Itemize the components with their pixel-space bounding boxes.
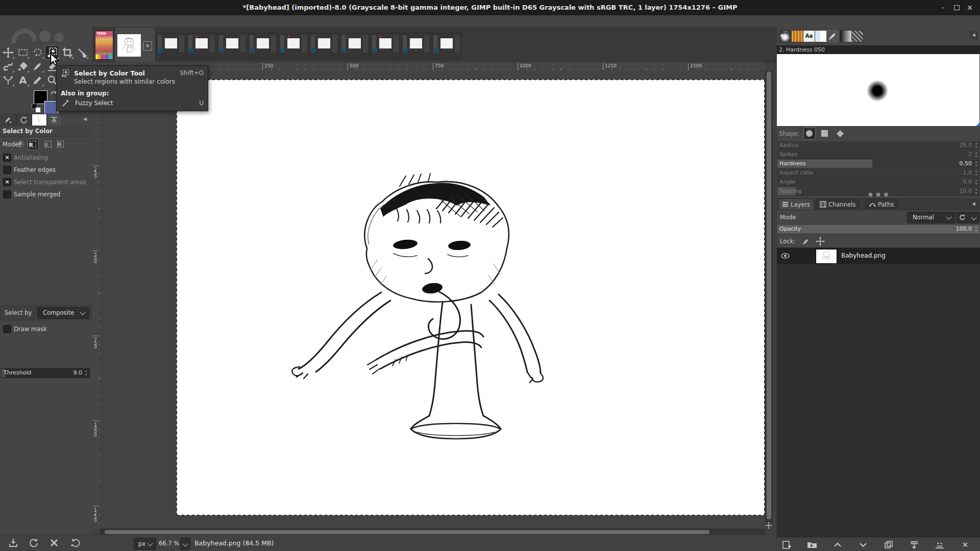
reset-button[interactable] <box>70 538 81 548</box>
canvas-viewport[interactable] <box>100 70 765 529</box>
vertical-scrollbar[interactable] <box>765 70 773 521</box>
select-by-dropdown[interactable]: Composite <box>37 307 89 319</box>
dock-menu-icon[interactable]: ◀ <box>83 116 87 121</box>
image-tab-magazine[interactable]: TEEN <box>95 31 113 60</box>
tab-fonts[interactable]: Aa <box>803 30 815 42</box>
vertical-ruler[interactable]: 250 500 750 1000 1250 <box>92 70 101 529</box>
panel-grip[interactable]: ■ ■ ■ <box>777 193 980 197</box>
image-tab-active[interactable]: × <box>114 27 156 63</box>
visibility-eye-icon[interactable] <box>781 252 790 260</box>
tab-image-thumbnail[interactable] <box>32 114 47 126</box>
raise-layer-button[interactable] <box>832 539 843 550</box>
maximize-icon[interactable] <box>952 4 961 12</box>
lock-alpha-icon[interactable] <box>830 237 839 246</box>
spikes-slider[interactable]: Spikes 2 ▴▾ <box>777 151 979 159</box>
feather-edges-checkbox[interactable]: × <box>3 166 11 174</box>
mode-subtract-button[interactable] <box>43 139 54 150</box>
shape-circle-button[interactable] <box>803 128 816 140</box>
navigation-button[interactable] <box>765 521 772 529</box>
minimize-icon[interactable]: – <box>939 4 947 12</box>
spinner[interactable]: ▴▾ <box>973 141 979 149</box>
tab-paths[interactable]: Paths <box>865 198 898 210</box>
image-tab-mini[interactable] <box>401 33 431 59</box>
mode-add-button[interactable] <box>28 139 39 150</box>
spinner[interactable]: ▴▾ <box>973 169 979 177</box>
image-tab-mini[interactable] <box>371 33 400 59</box>
default-colors-icon[interactable] <box>32 104 42 114</box>
zoom-value[interactable]: 66.7 % <box>159 540 179 547</box>
mode-intersect-button[interactable] <box>55 139 66 150</box>
tab-patterns[interactable] <box>791 30 803 42</box>
mode-replace-button[interactable] <box>15 139 27 150</box>
lock-pixels-icon[interactable] <box>801 237 811 246</box>
spinner[interactable]: ▴▾ <box>973 160 979 168</box>
threshold-spinner[interactable]: ▴▾ <box>83 369 89 378</box>
close-tab-icon[interactable]: × <box>143 41 152 51</box>
tab-layers[interactable]: Layers <box>778 198 814 210</box>
text-tool[interactable]: A <box>17 74 29 86</box>
lower-layer-button[interactable] <box>857 539 869 550</box>
layer-mode-switch-button[interactable] <box>956 212 979 223</box>
select-transparent-checkbox[interactable]: × <box>3 178 11 186</box>
close-icon[interactable]: × <box>966 4 974 12</box>
shape-square-button[interactable] <box>819 128 831 140</box>
spinner[interactable]: ▴▾ <box>973 178 979 186</box>
new-layer-button[interactable] <box>781 539 792 550</box>
delete-layer-button[interactable]: ✕ <box>960 539 971 550</box>
move-tool[interactable] <box>2 46 14 59</box>
warp-tool[interactable] <box>2 60 14 72</box>
duplicate-layer-button[interactable] <box>883 539 894 550</box>
image-tab-mini[interactable] <box>432 33 461 59</box>
image-tab-mini[interactable] <box>340 33 370 59</box>
tab-tool-options[interactable] <box>1 114 16 126</box>
ink-tool[interactable] <box>32 74 44 86</box>
unit-dropdown[interactable]: px <box>134 538 156 550</box>
angle-slider[interactable]: Angle 0.0 ▴▾ <box>777 178 979 187</box>
antialiasing-checkbox[interactable]: × <box>3 154 11 162</box>
new-group-button[interactable] <box>806 539 818 550</box>
tab-channels[interactable]: Channels <box>816 198 860 210</box>
shape-diamond-button[interactable] <box>834 128 846 140</box>
sample-merged-checkbox[interactable]: × <box>3 190 11 198</box>
tab-palettes[interactable] <box>851 30 864 42</box>
spinner[interactable]: ▴▾ <box>973 151 979 159</box>
opacity-slider[interactable]: Opacity 100.0 ▴▾ <box>777 225 979 234</box>
layer-mode-dropdown[interactable]: Normal <box>907 212 955 223</box>
image-tab-mini[interactable] <box>279 33 308 59</box>
radius-slider[interactable]: Radius 25.0 ▴▾ <box>777 141 979 150</box>
image-tab-mini[interactable] <box>217 33 247 59</box>
layer-row[interactable]: Babyhead.png <box>777 248 980 264</box>
lock-position-icon[interactable] <box>816 237 825 246</box>
paintbrush-tool[interactable] <box>32 60 44 72</box>
revert-button[interactable] <box>29 538 39 548</box>
tab-brushes[interactable]: + <box>779 30 792 42</box>
bucket-fill-tool[interactable] <box>17 60 29 72</box>
zoom-dropdown[interactable] <box>180 538 190 550</box>
save-preset-button[interactable] <box>8 538 18 548</box>
panel-collapse-icon[interactable]: ◀ <box>970 200 977 208</box>
spinner[interactable]: ▴▾ <box>973 225 979 234</box>
panel-collapse-icon[interactable]: ◀ <box>970 31 977 39</box>
image-tab-mini[interactable] <box>156 33 186 59</box>
tab-device-status[interactable] <box>16 114 32 126</box>
crop-tool[interactable] <box>61 46 74 59</box>
tab-brush-editor[interactable] <box>826 30 839 42</box>
tab-document-history[interactable] <box>815 30 827 42</box>
unified-transform-tool[interactable] <box>76 46 88 59</box>
hardness-slider[interactable]: Hardness 0.50 ▴▾ <box>777 160 979 168</box>
tab-gradients[interactable] <box>840 30 852 42</box>
draw-mask-checkbox[interactable]: × <box>3 325 11 333</box>
image-tab-mini[interactable] <box>187 33 216 59</box>
threshold-slider[interactable]: Threshold 9.0 ▴▾ <box>1 368 90 378</box>
tab-images-easel[interactable] <box>47 114 62 126</box>
anchor-layer-button[interactable] <box>934 539 945 550</box>
resize-handle-icon[interactable] <box>976 122 979 126</box>
free-select-tool[interactable] <box>32 46 44 59</box>
delete-button[interactable] <box>49 538 59 548</box>
paths-tool[interactable] <box>2 74 14 86</box>
aspect-ratio-slider[interactable]: Aspect ratio 1.0 ▴▾ <box>777 169 979 178</box>
canvas-image[interactable] <box>177 80 764 515</box>
merge-down-button[interactable] <box>909 539 920 550</box>
rectangle-select-tool[interactable] <box>17 46 29 59</box>
image-tab-mini[interactable] <box>248 33 278 59</box>
